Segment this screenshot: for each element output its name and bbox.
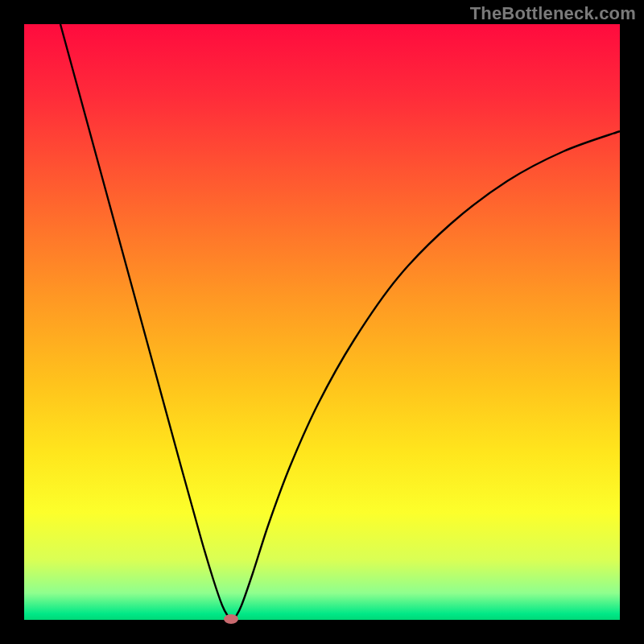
watermark-label: TheBottleneck.com	[470, 3, 636, 24]
bottleneck-chart	[0, 0, 644, 644]
minimum-marker	[224, 614, 238, 624]
plot-background	[24, 24, 620, 620]
chart-frame: TheBottleneck.com	[0, 0, 644, 644]
